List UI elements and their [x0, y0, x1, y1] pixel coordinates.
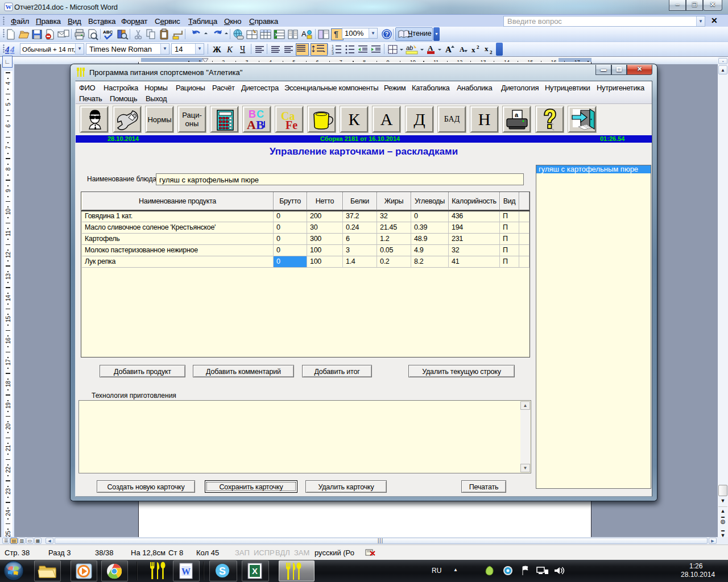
svg-text:A: A — [445, 45, 452, 54]
svg-text:ab: ab — [406, 44, 413, 51]
svg-text:а: а — [515, 111, 519, 118]
svg-text:А: А — [247, 118, 256, 132]
svg-text:2: 2 — [477, 44, 479, 50]
svg-text:?: ? — [385, 31, 388, 38]
svg-text:А: А — [428, 44, 433, 52]
svg-text:A: A — [460, 45, 465, 53]
svg-text:W: W — [6, 3, 12, 10]
svg-text:W: W — [181, 567, 191, 576]
svg-text:Ж: Ж — [213, 45, 221, 54]
svg-text:4: 4 — [5, 45, 10, 54]
svg-text:x: x — [485, 44, 489, 53]
svg-text:¶: ¶ — [334, 30, 338, 39]
svg-text:A: A — [301, 30, 307, 38]
svg-text:S: S — [219, 566, 226, 577]
svg-text:X: X — [252, 566, 258, 576]
svg-text:К: К — [226, 45, 233, 54]
svg-text:x: x — [471, 45, 475, 54]
svg-text:4: 4 — [10, 45, 15, 54]
svg-text:Fe: Fe — [286, 119, 297, 131]
svg-text:Ч: Ч — [240, 45, 245, 53]
svg-text:3: 3 — [332, 51, 334, 55]
svg-text:В: В — [256, 118, 264, 132]
svg-text:2: 2 — [490, 49, 493, 55]
